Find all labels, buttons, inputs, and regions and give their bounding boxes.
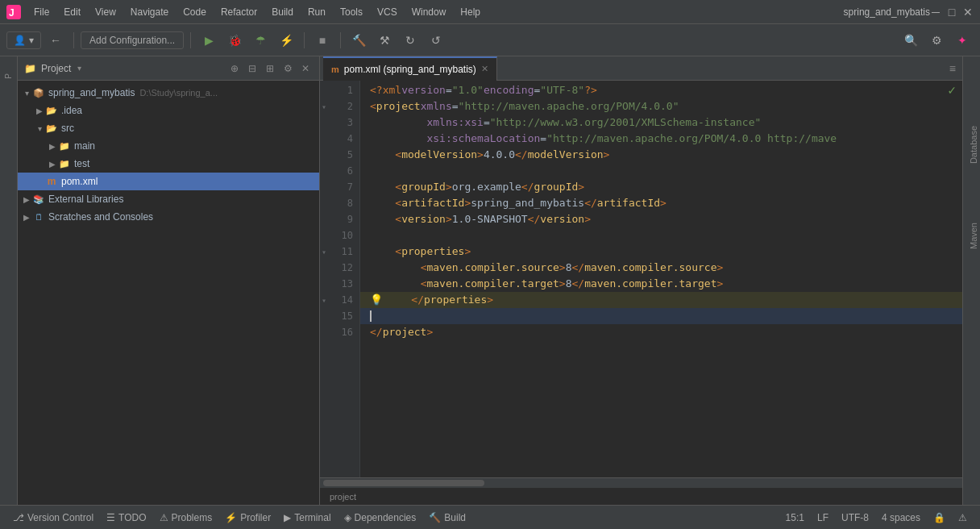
tree-item-root[interactable]: ▾ 📦 spring_and_mybatis D:\Study\spring_a… xyxy=(18,84,319,102)
problems-button[interactable]: ⚠ Problems xyxy=(153,506,219,529)
menu-vcs[interactable]: VCS xyxy=(371,5,404,19)
line-separator[interactable]: LF xyxy=(811,512,835,523)
code-line-9[interactable]: <version>1.0-SNAPSHOT</version> xyxy=(360,211,962,227)
settings-button[interactable]: ⚙ xyxy=(925,29,948,52)
debug-button[interactable]: 🐞 xyxy=(223,29,246,52)
code-line-5[interactable]: <modelVersion>4.0.0</modelVersion> xyxy=(360,147,962,163)
tree-expand-ext-lib[interactable]: ▶ xyxy=(21,194,32,205)
encoding-selector[interactable]: UTF-8 xyxy=(835,512,875,523)
readonly-lock[interactable]: 🔒 xyxy=(927,512,952,523)
build2-icon: ⚒ xyxy=(380,34,390,47)
tree-expand-idea[interactable]: ▶ xyxy=(34,105,45,116)
code-indent-11 xyxy=(370,244,395,260)
menu-refactor[interactable]: Refactor xyxy=(214,5,264,19)
menu-code[interactable]: Code xyxy=(176,5,213,19)
code-line-14[interactable]: 💡 </properties> xyxy=(360,292,962,308)
fold-arrow-2[interactable]: ▾ xyxy=(322,102,326,111)
menu-edit[interactable]: Edit xyxy=(57,5,87,19)
cursor-position[interactable]: 15:1 xyxy=(779,512,811,523)
tree-item-main[interactable]: ▶ 📁 main xyxy=(18,137,319,155)
tree-expand-root[interactable]: ▾ xyxy=(21,87,32,98)
menu-view[interactable]: View xyxy=(89,5,122,19)
build2-button[interactable]: ⚒ xyxy=(373,29,396,52)
tree-item-ext-lib[interactable]: ▶ 📚 External Libraries xyxy=(18,190,319,208)
build-button[interactable]: 🔨 xyxy=(347,29,370,52)
main-area: P 📁 Project ▾ ⊕ ⊟ ⊞ ⚙ ✕ ▾ 📦 spring_and_m… xyxy=(0,56,980,505)
rebuild2-button[interactable]: ↺ xyxy=(425,29,447,52)
profile-run-button[interactable]: ⚡ xyxy=(275,29,297,52)
back-button[interactable]: ← xyxy=(44,29,67,52)
pom-tab-close[interactable]: ✕ xyxy=(481,64,488,74)
tree-item-scratches[interactable]: ▶ 🗒 Scratches and Consoles xyxy=(18,208,319,226)
code-line-12[interactable]: <maven.compiler.source>8</maven.compiler… xyxy=(360,260,962,276)
code-line-15[interactable] xyxy=(360,308,962,324)
profiler-button[interactable]: ⚡ Profiler xyxy=(218,506,277,529)
menu-navigate[interactable]: Navigate xyxy=(124,5,175,19)
build-output-button[interactable]: 🔨 Build xyxy=(422,506,472,529)
tree-item-test[interactable]: ▶ 📁 test xyxy=(18,155,319,173)
code-content[interactable]: <?xml version="1.0" encoding="UTF-8"?> <… xyxy=(360,81,962,477)
code-line-2[interactable]: <project xmlns="http://maven.apache.org/… xyxy=(360,98,962,115)
code-line-1[interactable]: <?xml version="1.0" encoding="UTF-8"?> xyxy=(360,82,962,98)
locate-file-button[interactable]: ⊕ xyxy=(227,61,242,76)
fold-arrow-11[interactable]: ▾ xyxy=(322,248,326,256)
code-line-10[interactable] xyxy=(360,227,962,244)
code-line-3[interactable]: xmlns:xsi="http://www.w3.org/2001/XMLSch… xyxy=(360,115,962,131)
stop-button[interactable]: ■ xyxy=(311,29,334,52)
jetbrains-button[interactable]: ✦ xyxy=(951,29,974,52)
tree-item-idea[interactable]: ▶ 📂 .idea xyxy=(18,102,319,119)
code-text-7: org.example xyxy=(452,179,521,195)
warnings-button[interactable]: ⚠ xyxy=(952,512,974,523)
tabs-more-button[interactable]: ≡ xyxy=(949,62,962,75)
indent-selector[interactable]: 4 spaces xyxy=(875,512,927,523)
menu-window[interactable]: Window xyxy=(405,5,453,19)
version-control-button[interactable]: ⎇ Version Control xyxy=(6,506,100,529)
todo-button[interactable]: ☰ TODO xyxy=(100,506,152,529)
code-line-11[interactable]: <properties> xyxy=(360,244,962,260)
gutter-7: 7 xyxy=(347,181,353,193)
maven-tab[interactable]: Maven xyxy=(967,218,980,254)
search-everywhere-button[interactable]: 🔍 xyxy=(899,29,922,52)
tree-options-button[interactable]: ⚙ xyxy=(280,61,295,76)
editor-tab-pom[interactable]: m pom.xml (spring_and_mybatis) ✕ xyxy=(323,56,497,81)
code-line-4[interactable]: xsi:schemaLocation="http://maven.apache.… xyxy=(360,131,962,147)
menu-help[interactable]: Help xyxy=(454,5,487,19)
coverage-button[interactable]: ☂ xyxy=(249,29,272,52)
code-line-6[interactable] xyxy=(360,163,962,179)
project-tab-icon[interactable]: P xyxy=(1,60,17,92)
h-scrollbar-thumb[interactable] xyxy=(323,480,484,486)
code-line-8[interactable]: <artifactId>spring_and_mybatis</artifact… xyxy=(360,195,962,211)
project-dropdown-icon[interactable]: ▾ xyxy=(77,64,81,73)
run-button[interactable]: ▶ xyxy=(197,29,220,52)
menu-tools[interactable]: Tools xyxy=(334,5,369,19)
database-tab[interactable]: Database xyxy=(967,121,980,169)
horizontal-scrollbar[interactable] xyxy=(320,477,962,487)
close-button[interactable]: ✕ xyxy=(962,6,974,18)
terminal-button[interactable]: ▶ Terminal xyxy=(277,506,337,529)
fold-close-14[interactable]: ▾ xyxy=(322,296,326,305)
menu-build[interactable]: Build xyxy=(265,5,300,19)
tree-expand-test[interactable]: ▶ xyxy=(47,158,58,169)
expand-all-button[interactable]: ⊞ xyxy=(263,61,277,76)
dependencies-button[interactable]: ◈ Dependencies xyxy=(338,506,423,529)
minimize-button[interactable]: ─ xyxy=(930,6,941,18)
tree-item-src[interactable]: ▾ 📂 src xyxy=(18,119,319,137)
menu-file[interactable]: File xyxy=(27,5,56,19)
add-configuration-button[interactable]: Add Configuration... xyxy=(81,31,184,49)
tree-expand-scratches[interactable]: ▶ xyxy=(21,211,32,223)
collapse-all-button[interactable]: ⊟ xyxy=(245,61,260,76)
rebuild-button[interactable]: ↻ xyxy=(399,29,421,52)
tree-item-pom[interactable]: ▶ m pom.xml xyxy=(18,173,319,190)
tree-expand-main[interactable]: ▶ xyxy=(47,140,58,152)
hide-panel-button[interactable]: ✕ xyxy=(298,61,313,76)
tree-expand-src[interactable]: ▾ xyxy=(34,123,45,134)
code-bracket-11a: < xyxy=(395,244,401,260)
code-line-16[interactable]: </project> xyxy=(360,324,962,340)
code-line-13[interactable]: <maven.compiler.target>8</maven.compiler… xyxy=(360,276,962,292)
maximize-button[interactable]: □ xyxy=(946,6,957,18)
hint-bulb-icon[interactable]: 💡 xyxy=(370,294,383,306)
menu-run[interactable]: Run xyxy=(301,5,332,19)
code-line-7[interactable]: <groupId>org.example</groupId> xyxy=(360,179,962,195)
code-bracket-16b: > xyxy=(426,324,433,340)
profile-button[interactable]: 👤 ▾ xyxy=(6,31,41,49)
